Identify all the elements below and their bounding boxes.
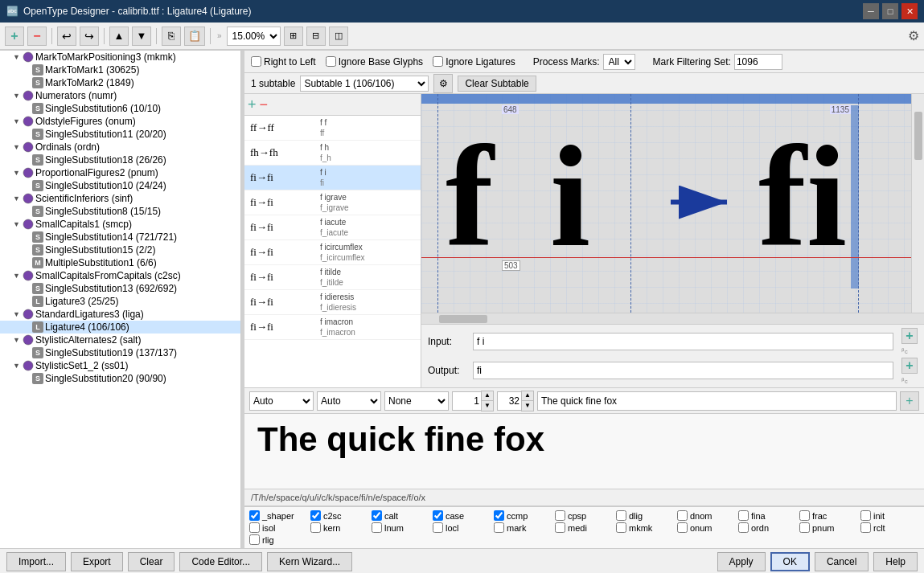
right-to-left-checkbox[interactable] xyxy=(251,56,261,67)
zoom-select[interactable]: 15.00% xyxy=(227,27,281,46)
clear-subtable-button[interactable]: Clear Subtable xyxy=(458,76,536,92)
tree-item[interactable]: ▼Numerators (numr) xyxy=(0,89,240,102)
up-button[interactable]: ▲ xyxy=(109,27,129,46)
undo-button[interactable]: ↩ xyxy=(57,27,76,46)
tree-item[interactable]: SSingleSubstitution18 (26/26) xyxy=(0,153,240,166)
list-item[interactable]: fh→fhf hf_h xyxy=(244,141,421,166)
size-stepper-input[interactable] xyxy=(452,391,481,411)
tree-item[interactable]: ▼SmallCapitalsFromCapitals (c2sc) xyxy=(0,269,240,282)
tree-item[interactable]: ▼OldstyleFigures (onum) xyxy=(0,115,240,128)
tag-checkbox-locl[interactable] xyxy=(433,522,443,533)
tag-checkbox-mark[interactable] xyxy=(494,522,504,533)
tree-item[interactable]: SMarkToMark1 (30625) xyxy=(0,63,240,76)
paste-button[interactable]: 📋 xyxy=(184,27,205,46)
tag-checkbox-fina[interactable] xyxy=(738,510,749,521)
minimize-button[interactable]: ─ xyxy=(863,3,879,19)
tree-item[interactable]: ▼Ordinals (ordn) xyxy=(0,141,240,153)
ok-button[interactable]: OK xyxy=(770,552,810,571)
list-item[interactable]: ff→fff fff xyxy=(244,116,421,141)
copy-button[interactable]: ⎘ xyxy=(162,27,181,46)
tag-checkbox-medi[interactable] xyxy=(555,522,565,533)
tag-checkbox-ccmp[interactable] xyxy=(494,510,504,521)
kern-wizard-button[interactable]: Kern Wizard... xyxy=(267,552,352,571)
remove-button[interactable]: − xyxy=(27,27,47,46)
glyph-list-add-button[interactable]: + xyxy=(248,97,257,112)
zoom-fit-button[interactable]: ⊞ xyxy=(284,27,303,46)
output-field[interactable] xyxy=(473,362,893,379)
hscroll-bar[interactable] xyxy=(421,313,924,324)
tag-checkbox-onum[interactable] xyxy=(677,522,688,533)
auto-select-1[interactable]: Auto xyxy=(249,391,314,411)
tag-checkbox-kern[interactable] xyxy=(310,522,321,533)
tag-checkbox-mkmk[interactable] xyxy=(616,522,626,533)
font-size-input[interactable] xyxy=(497,391,521,411)
input-add-button[interactable]: + xyxy=(901,328,918,344)
down-button[interactable]: ▼ xyxy=(132,27,151,46)
tree-item[interactable]: ▼StylisticSet1_2 (ss01) xyxy=(0,359,240,372)
list-item[interactable]: fi→fif itildef_itilde xyxy=(244,265,421,290)
maximize-button[interactable]: □ xyxy=(882,3,898,19)
subtable-gear-button[interactable]: ⚙ xyxy=(433,74,453,93)
export-button[interactable]: Export xyxy=(71,552,123,571)
import-button[interactable]: Import... xyxy=(6,552,66,571)
tag-checkbox-lnum[interactable] xyxy=(372,522,382,533)
gear-icon[interactable]: ⚙ xyxy=(908,28,919,43)
size-up-button[interactable]: ▲ xyxy=(482,391,493,401)
tag-checkbox-calt[interactable] xyxy=(372,510,382,521)
redo-button[interactable]: ↪ xyxy=(80,27,99,46)
subtable-select[interactable]: Subtable 1 (106/106) xyxy=(300,76,429,92)
tree-item[interactable]: SSingleSubstitution11 (20/20) xyxy=(0,128,240,141)
process-marks-select[interactable]: All xyxy=(603,54,635,70)
input-field[interactable] xyxy=(473,333,893,350)
tag-checkbox-frac[interactable] xyxy=(799,510,810,521)
tree-item[interactable]: ▼StandardLigatures3 (liga) xyxy=(0,308,240,321)
code-editor-button[interactable]: Code Editor... xyxy=(179,552,262,571)
tree-item[interactable]: SMarkToMark2 (1849) xyxy=(0,76,240,89)
tree-item[interactable]: SSingleSubstitution20 (90/90) xyxy=(0,372,240,385)
font-size-up-button[interactable]: ▲ xyxy=(522,391,533,401)
tree-item[interactable]: SSingleSubstitution8 (15/15) xyxy=(0,205,240,218)
tree-item[interactable]: LLigature4 (106/106) xyxy=(0,321,240,334)
add-button[interactable]: + xyxy=(5,27,24,46)
list-item[interactable]: fi→fif igravef_igrave xyxy=(244,190,421,215)
view-button[interactable]: ◫ xyxy=(329,27,348,46)
tree-item[interactable]: ▼ProportionalFigures2 (pnum) xyxy=(0,166,240,179)
close-button[interactable]: ✕ xyxy=(901,3,918,19)
tree-item[interactable]: ▼ScientificInferiors (sinf) xyxy=(0,192,240,205)
output-add-button[interactable]: + xyxy=(901,358,918,374)
list-item[interactable]: fi→fif imacronf_imacron xyxy=(244,315,421,340)
tag-checkbox-init[interactable] xyxy=(860,510,871,521)
ignore-base-glyphs-label[interactable]: Ignore Base Glyphs xyxy=(326,56,423,68)
preview-text-input[interactable] xyxy=(537,391,897,411)
tree-item[interactable]: ▼SmallCapitals1 (smcp) xyxy=(0,218,240,231)
auto-select-2[interactable]: Auto xyxy=(317,391,381,411)
grid-button[interactable]: ⊟ xyxy=(306,27,326,46)
tree-item[interactable]: ▼MarkToMarkPositioning3 (mkmk) xyxy=(0,51,240,63)
tree-item[interactable]: SSingleSubstitution6 (10/10) xyxy=(0,102,240,115)
tag-checkbox-dlig[interactable] xyxy=(616,510,626,521)
tag-checkbox-rlig[interactable] xyxy=(249,534,260,545)
list-item[interactable]: fi→fif iacutef_iacute xyxy=(244,215,421,240)
tag-checkbox-case[interactable] xyxy=(433,510,443,521)
list-item[interactable]: fi→fif ifi xyxy=(244,166,421,190)
ignore-base-glyphs-checkbox[interactable] xyxy=(326,56,336,67)
ignore-ligatures-checkbox[interactable] xyxy=(433,56,443,67)
tag-checkbox-pnum[interactable] xyxy=(799,522,810,533)
none-select[interactable]: None xyxy=(384,391,449,411)
tag-checkbox-c2sc[interactable] xyxy=(310,510,321,521)
tag-checkbox-ordn[interactable] xyxy=(738,522,749,533)
font-size-down-button[interactable]: ▼ xyxy=(522,401,533,411)
cancel-button[interactable]: Cancel xyxy=(815,552,869,571)
tag-checkbox-rclt[interactable] xyxy=(860,522,871,533)
tag-checkbox-_shaper[interactable] xyxy=(249,510,260,521)
tag-checkbox-cpsp[interactable] xyxy=(555,510,565,521)
apply-button[interactable]: Apply xyxy=(717,552,766,571)
tree-item[interactable]: MMultipleSubstitution1 (6/6) xyxy=(0,256,240,269)
right-to-left-label[interactable]: Right to Left xyxy=(251,56,316,68)
tree-item[interactable]: SSingleSubstitution14 (721/721) xyxy=(0,231,240,244)
tree-item[interactable]: LLigature3 (25/25) xyxy=(0,295,240,308)
canvas-vscroll[interactable] xyxy=(911,94,924,313)
list-item[interactable]: fi→fif icircumflexf_icircumflex xyxy=(244,240,421,265)
list-item[interactable]: fi→fif idieresisf_idieresis xyxy=(244,290,421,315)
tag-checkbox-isol[interactable] xyxy=(249,522,260,533)
